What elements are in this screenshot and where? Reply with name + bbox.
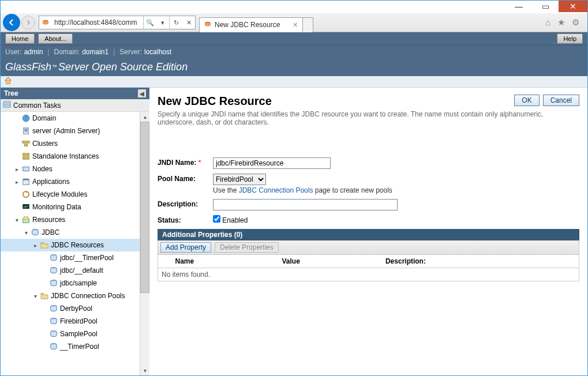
scroll-up-icon[interactable]: ▴	[140, 112, 149, 122]
tree-item-label: Domain	[32, 114, 56, 122]
tree-arrow-icon[interactable]: ▸	[14, 166, 20, 172]
svg-rect-13	[24, 144, 27, 146]
app-menu-bar: Home About... Help	[1, 32, 587, 45]
tree-arrow-icon[interactable]: ▸	[32, 242, 38, 249]
tree-item-label: jdbc/__TimerPool	[60, 254, 114, 262]
db-icon	[31, 228, 40, 237]
brand-rest: Server Open Source Edition	[58, 61, 188, 73]
properties-table: Name Value Description: No items found.	[158, 255, 579, 281]
svg-rect-9	[24, 129, 27, 130]
th-desc: Description:	[382, 255, 579, 268]
user-label: User:	[5, 48, 22, 56]
help-button[interactable]: Help	[557, 33, 583, 44]
description-input[interactable]	[213, 199, 398, 210]
tree-item-lifecycle-modules[interactable]: ▸Lifecycle Modules	[1, 188, 140, 201]
browser-tab[interactable]: New JDBC Resource ×	[199, 17, 303, 32]
svg-rect-11	[23, 141, 25, 144]
home-small-icon[interactable]	[4, 77, 12, 87]
tasks-icon	[3, 100, 11, 110]
tree-header: Tree ◀	[1, 88, 149, 99]
home-icon[interactable]: ⌂	[545, 17, 550, 28]
window-minimize-button[interactable]: —	[505, 1, 532, 12]
dropdown-icon[interactable]: ▾	[156, 16, 169, 29]
tree-item-label: jdbc/sample	[60, 279, 97, 287]
tree-item-jdbc-timerpool[interactable]: ▸jdbc/__TimerPool	[1, 251, 140, 264]
ok-button[interactable]: OK	[514, 95, 539, 106]
status-checkbox[interactable]	[213, 215, 220, 223]
scroll-thumb[interactable]	[140, 122, 149, 293]
tree-item-applications[interactable]: ▸Applications	[1, 175, 140, 188]
stop-icon[interactable]: ✕	[182, 16, 195, 29]
tree-item-label: Standalone Instances	[32, 152, 99, 160]
search-icon[interactable]: 🔍	[144, 16, 156, 29]
pool-link[interactable]: JDBC Connection Pools	[239, 186, 313, 194]
svg-rect-2	[6, 81, 10, 84]
tree-item-domain[interactable]: ▸Domain	[1, 112, 140, 125]
server-label: Server:	[119, 48, 142, 56]
svg-rect-15	[27, 153, 29, 156]
brand-prefix: GlassFish	[5, 61, 51, 73]
tree-item-label: DerbyPool	[60, 304, 92, 313]
pool-label: Pool Name:	[158, 174, 213, 183]
about-button[interactable]: About...	[38, 33, 73, 44]
delete-properties-button[interactable]: Delete Properties	[215, 242, 279, 253]
tree-arrow-icon[interactable]: ▾	[23, 230, 29, 236]
tab-close-icon[interactable]: ×	[293, 20, 298, 29]
tree-item-label: Lifecycle Modules	[32, 190, 87, 198]
tree-item-monitoring-data[interactable]: ▸Monitoring Data	[1, 201, 140, 213]
tree-arrow-icon[interactable]: ▸	[14, 179, 20, 185]
tree-collapse-icon[interactable]: ◀	[138, 89, 146, 97]
pool-name-select[interactable]: FirebirdPool	[213, 174, 266, 185]
svg-rect-24	[24, 217, 28, 219]
cancel-button[interactable]: Cancel	[543, 95, 579, 106]
tree-root[interactable]: Common Tasks	[1, 99, 149, 112]
home-icon-bar	[1, 76, 587, 88]
tree: ▸Domain▸server (Admin Server)▸Clusters▸S…	[1, 112, 140, 375]
tree-item-derbypool[interactable]: ▸DerbyPool	[1, 302, 140, 315]
tree-item-label: JDBC Resources	[51, 241, 104, 249]
favorites-icon[interactable]: ★	[557, 17, 565, 28]
tree-item-resources[interactable]: ▾Resources	[1, 213, 140, 226]
new-tab-button[interactable]	[303, 17, 313, 32]
scroll-down-icon[interactable]: ▾	[140, 366, 149, 375]
tree-item-nodes[interactable]: ▸Nodes	[1, 163, 140, 175]
tree-item-jdbc[interactable]: ▾JDBC	[1, 226, 140, 239]
home-button[interactable]: Home	[5, 33, 35, 44]
refresh-icon[interactable]: ↻	[170, 16, 182, 29]
tree-arrow-icon[interactable]: ▾	[14, 217, 20, 223]
status-text: Enabled	[222, 216, 248, 224]
tree-item-samplepool[interactable]: ▸SamplePool	[1, 328, 140, 340]
tree-item-jdbc-sample[interactable]: ▸jdbc/sample	[1, 277, 140, 289]
add-property-button[interactable]: Add Property	[160, 242, 211, 253]
tree-item-jdbc-resources[interactable]: ▸JDBC Resources	[1, 239, 140, 251]
tree-item-label: Nodes	[32, 165, 53, 173]
tree-item-standalone-instances[interactable]: ▸Standalone Instances	[1, 150, 140, 163]
address-bar[interactable]: 🔍 ▾ ↻ ✕	[39, 16, 196, 29]
jndi-name-input[interactable]	[213, 157, 331, 169]
browser-back-button[interactable]	[3, 14, 20, 31]
svg-rect-16	[23, 157, 25, 159]
tree-arrow-icon[interactable]: ▾	[32, 293, 38, 299]
tree-item-firebirdpool[interactable]: ▸FirebirdPool	[1, 315, 140, 328]
db-icon	[49, 266, 58, 275]
cluster-icon	[21, 139, 31, 148]
th-value: Value	[278, 255, 381, 268]
desc-label: Description:	[158, 199, 213, 208]
folder-icon	[40, 291, 49, 300]
tree-item-timerpool[interactable]: ▸__TimerPool	[1, 340, 140, 353]
browser-forward-button[interactable]	[21, 16, 35, 29]
tree-item-label: Clusters	[32, 140, 58, 148]
tree-item-label: Resources	[32, 216, 65, 224]
server-icon	[21, 126, 31, 136]
tree-item-jdbc-default[interactable]: ▸jdbc/__default	[1, 264, 140, 277]
tree-item-jdbc-connection-pools[interactable]: ▾JDBC Connection Pools	[1, 289, 140, 302]
tree-item-clusters[interactable]: ▸Clusters	[1, 137, 140, 150]
url-input[interactable]	[52, 16, 143, 29]
lifecycle-icon	[21, 190, 31, 199]
tools-icon[interactable]: ⚙	[572, 17, 579, 28]
window-maximize-button[interactable]: ▭	[532, 1, 559, 12]
tree-item-server-admin-server[interactable]: ▸server (Admin Server)	[1, 125, 140, 137]
window-close-button[interactable]: ✕	[559, 1, 587, 12]
tree-header-label: Tree	[4, 89, 18, 97]
tree-scrollbar[interactable]: ▴ ▾	[140, 112, 149, 375]
